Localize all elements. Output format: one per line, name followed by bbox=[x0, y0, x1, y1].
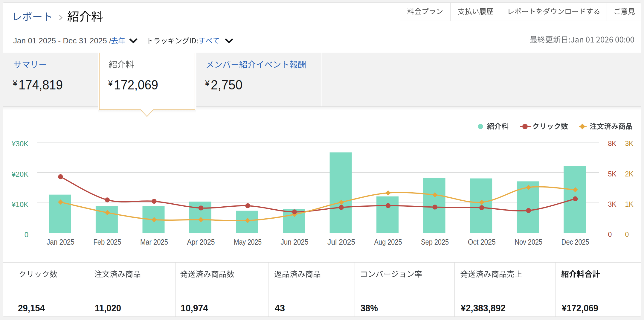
svg-text:Feb 2025: Feb 2025 bbox=[93, 238, 121, 246]
svg-text:¥172,069: ¥172,069 bbox=[562, 303, 598, 313]
svg-text:0: 0 bbox=[25, 231, 28, 239]
svg-text:Oct 2025: Oct 2025 bbox=[468, 238, 496, 246]
svg-text:43: 43 bbox=[275, 303, 285, 313]
svg-text:3K: 3K bbox=[625, 140, 634, 147]
svg-text:2K: 2K bbox=[625, 170, 634, 178]
svg-text:0: 0 bbox=[625, 231, 629, 238]
svg-text:¥: ¥ bbox=[205, 79, 210, 88]
svg-text:Jul 2025: Jul 2025 bbox=[327, 238, 355, 246]
svg-text:10,974: 10,974 bbox=[181, 303, 208, 313]
svg-text:38%: 38% bbox=[361, 303, 378, 313]
svg-text:Jan 2025: Jan 2025 bbox=[47, 238, 74, 246]
svg-text:¥: ¥ bbox=[13, 79, 17, 88]
svg-text:¥: ¥ bbox=[108, 79, 113, 88]
svg-text:¥30K: ¥30K bbox=[11, 140, 28, 148]
svg-text:Nov 2025: Nov 2025 bbox=[515, 238, 542, 246]
svg-text:3K: 3K bbox=[608, 200, 617, 208]
svg-text:8K: 8K bbox=[608, 140, 617, 147]
svg-text:Aug 2025: Aug 2025 bbox=[374, 238, 402, 246]
svg-text:Jun 2025: Jun 2025 bbox=[281, 238, 309, 246]
svg-text:Apr 2025: Apr 2025 bbox=[187, 238, 215, 246]
svg-text:Jan 01 2025 - Dec 31 2025 /: Jan 01 2025 - Dec 31 2025 / bbox=[13, 36, 112, 45]
svg-text:¥10K: ¥10K bbox=[11, 200, 28, 208]
svg-text:Sep 2025: Sep 2025 bbox=[421, 238, 449, 246]
svg-text:11,020: 11,020 bbox=[95, 303, 121, 313]
svg-text:May 2025: May 2025 bbox=[234, 238, 262, 246]
svg-text:2,750: 2,750 bbox=[211, 77, 242, 92]
svg-text:174,819: 174,819 bbox=[19, 77, 63, 92]
svg-text:¥20K: ¥20K bbox=[11, 170, 28, 178]
svg-text:Dec 2025: Dec 2025 bbox=[561, 238, 589, 246]
svg-text:5K: 5K bbox=[608, 170, 617, 178]
svg-text:0: 0 bbox=[608, 231, 612, 238]
svg-text:1K: 1K bbox=[625, 200, 634, 208]
svg-text:¥2,383,892: ¥2,383,892 bbox=[461, 303, 506, 313]
svg-text:Mar 2025: Mar 2025 bbox=[140, 238, 168, 246]
svg-text:29,154: 29,154 bbox=[18, 303, 45, 313]
svg-text:172,069: 172,069 bbox=[114, 77, 158, 92]
